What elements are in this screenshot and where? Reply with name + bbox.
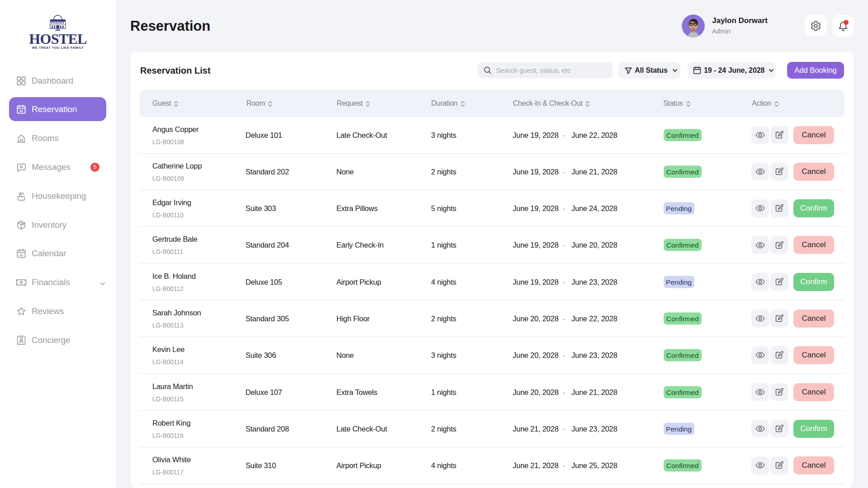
svg-text:31: 31 <box>19 253 23 257</box>
svg-text:31: 31 <box>19 108 23 113</box>
